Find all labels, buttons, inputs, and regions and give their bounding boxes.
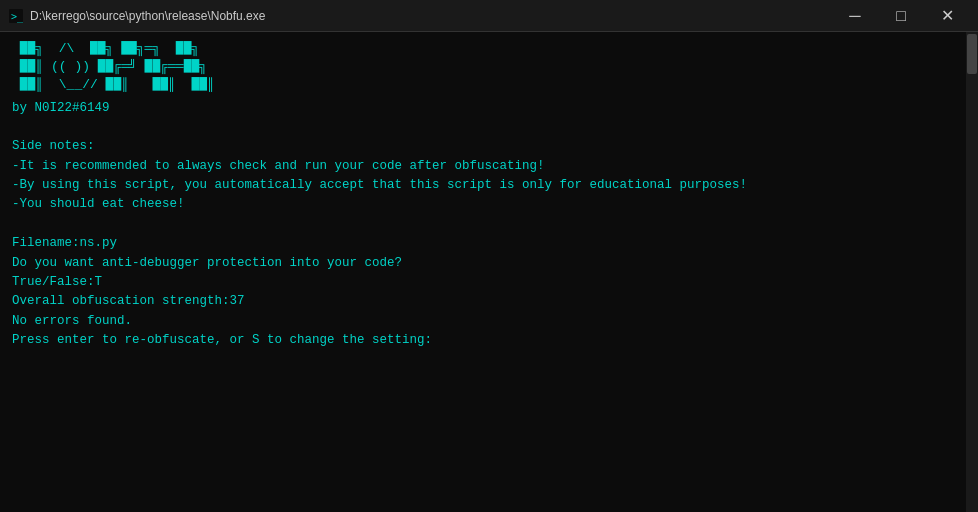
window-title: D:\kerrego\source\python\release\Nobfu.e… bbox=[30, 9, 832, 23]
ascii-author: by N0I22#6149 bbox=[12, 99, 952, 118]
blank2 bbox=[12, 215, 952, 234]
terminal-content: ██╗ /\ ██╗ ██╗═╗ ██╗ ██║ (( )) ██╔═╝ ██╔… bbox=[12, 40, 966, 350]
notes-line3: -You should eat cheese! bbox=[12, 195, 952, 214]
session-question: Do you want anti-debugger protection int… bbox=[12, 254, 952, 273]
notes-line2: -By using this script, you automatically… bbox=[12, 176, 952, 195]
maximize-button[interactable]: □ bbox=[878, 0, 924, 32]
svg-text:>_: >_ bbox=[11, 11, 23, 23]
ascii-art: ██╗ /\ ██╗ ██╗═╗ ██╗ ██║ (( )) ██╔═╝ ██╔… bbox=[12, 40, 952, 95]
scrollbar[interactable] bbox=[966, 32, 978, 512]
title-bar: >_ D:\kerrego\source\python\release\Nobf… bbox=[0, 0, 978, 32]
terminal: ██╗ /\ ██╗ ██╗═╗ ██╗ ██║ (( )) ██╔═╝ ██╔… bbox=[0, 32, 978, 512]
notes-header: Side notes: bbox=[12, 137, 952, 156]
session-strength: Overall obfuscation strength:37 bbox=[12, 292, 952, 311]
app-icon: >_ bbox=[8, 8, 24, 24]
session-filename: Filename:ns.py bbox=[12, 234, 952, 253]
window-controls: ─ □ ✕ bbox=[832, 0, 970, 32]
minimize-button[interactable]: ─ bbox=[832, 0, 878, 32]
session-errors: No errors found. bbox=[12, 312, 952, 331]
scrollbar-thumb[interactable] bbox=[967, 34, 977, 74]
blank1 bbox=[12, 118, 952, 137]
notes-line1: -It is recommended to always check and r… bbox=[12, 157, 952, 176]
close-button[interactable]: ✕ bbox=[924, 0, 970, 32]
session-truefalse: True/False:T bbox=[12, 273, 952, 292]
session-prompt[interactable]: Press enter to re-obfuscate, or S to cha… bbox=[12, 331, 952, 350]
